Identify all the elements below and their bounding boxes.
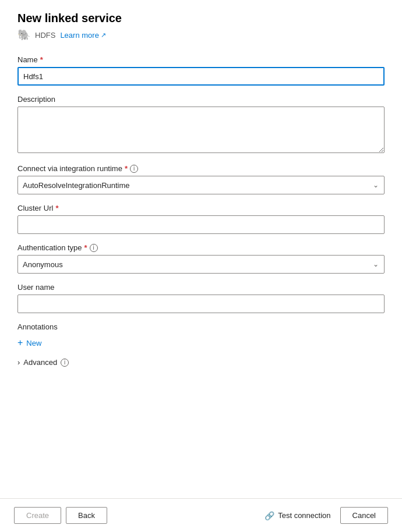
create-label: Create bbox=[26, 511, 49, 520]
footer-left-buttons: Create Back bbox=[14, 507, 107, 524]
learn-more-link[interactable]: Learn more ↗ bbox=[60, 31, 105, 40]
integration-runtime-select[interactable]: AutoResolveIntegrationRuntime bbox=[17, 176, 385, 194]
test-connection-icon: 🔗 bbox=[265, 511, 274, 520]
annotations-label: Annotations bbox=[17, 322, 385, 331]
description-textarea[interactable] bbox=[17, 107, 385, 153]
learn-more-text: Learn more bbox=[60, 31, 98, 40]
new-annotation-label: New bbox=[26, 339, 41, 347]
hdfs-label: HDFS bbox=[35, 31, 55, 40]
cluster-url-field-group: Cluster Url * bbox=[17, 204, 385, 234]
name-label: Name * bbox=[17, 55, 385, 64]
auth-type-field-group: Authentication type * i Anonymous Window… bbox=[17, 243, 385, 274]
runtime-required-star: * bbox=[125, 164, 128, 173]
cluster-url-label: Cluster Url * bbox=[17, 204, 385, 212]
hdfs-icon: 🐘 bbox=[17, 29, 30, 41]
cancel-label: Cancel bbox=[352, 511, 376, 520]
user-name-field-group: User name bbox=[17, 283, 385, 313]
description-field-group: Description bbox=[17, 95, 385, 155]
back-button[interactable]: Back bbox=[66, 507, 107, 524]
description-label: Description bbox=[17, 95, 385, 104]
advanced-info-icon[interactable]: i bbox=[61, 359, 69, 367]
name-field-group: Name * bbox=[17, 55, 385, 86]
auth-type-select[interactable]: Anonymous Windows Kerberos bbox=[17, 255, 385, 274]
cancel-button[interactable]: Cancel bbox=[340, 507, 388, 524]
advanced-section[interactable]: › Advanced i bbox=[17, 358, 385, 367]
auth-type-required-star: * bbox=[84, 243, 87, 252]
auth-type-info-icon[interactable]: i bbox=[90, 244, 98, 252]
annotations-section: Annotations + New bbox=[17, 322, 385, 349]
auth-type-label: Authentication type * i bbox=[17, 243, 385, 252]
footer: Create Back 🔗 Test connection Cancel bbox=[0, 498, 402, 532]
integration-runtime-select-wrapper: AutoResolveIntegrationRuntime ⌄ bbox=[17, 176, 385, 194]
advanced-label: Advanced bbox=[23, 358, 57, 367]
user-name-input[interactable] bbox=[17, 295, 385, 313]
test-connection-button[interactable]: 🔗 Test connection bbox=[260, 508, 335, 524]
footer-right-buttons: 🔗 Test connection Cancel bbox=[260, 507, 388, 524]
new-annotation-button[interactable]: + New bbox=[17, 337, 41, 349]
name-input[interactable] bbox=[17, 67, 385, 86]
user-name-label: User name bbox=[17, 283, 385, 292]
create-button[interactable]: Create bbox=[14, 507, 61, 524]
integration-runtime-field-group: Connect via integration runtime * i Auto… bbox=[17, 164, 385, 194]
page-title: New linked service bbox=[17, 12, 385, 25]
test-connection-label: Test connection bbox=[278, 511, 330, 520]
advanced-chevron-icon: › bbox=[17, 358, 20, 367]
name-required-star: * bbox=[40, 55, 43, 64]
back-label: Back bbox=[78, 511, 95, 520]
integration-runtime-label: Connect via integration runtime * i bbox=[17, 164, 385, 173]
auth-type-select-wrapper: Anonymous Windows Kerberos ⌄ bbox=[17, 255, 385, 274]
runtime-info-icon[interactable]: i bbox=[130, 165, 138, 173]
plus-icon: + bbox=[17, 338, 23, 347]
cluster-url-input[interactable] bbox=[17, 215, 385, 234]
cluster-url-required-star: * bbox=[55, 204, 58, 212]
external-link-icon: ↗ bbox=[101, 31, 106, 39]
